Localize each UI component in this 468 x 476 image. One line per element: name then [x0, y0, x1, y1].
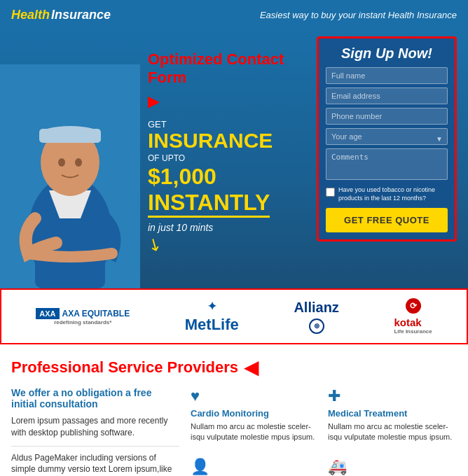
logo: Health Insurance [11, 8, 111, 22]
logo-health: Health [11, 8, 50, 22]
services-left-heading: We offer a no obligation a free initial … [11, 387, 179, 410]
age-wrapper: Your age ▼ [326, 128, 448, 148]
header-tagline: Easiest way to buy your instant Health I… [260, 10, 457, 20]
service-name: Cardio Monitoring [191, 408, 319, 419]
full-name-input[interactable] [326, 67, 448, 84]
email-input[interactable] [326, 88, 448, 104]
hero-main-text: GET INSURANCE OF UPTO $1,000 INSTANTLY i… [148, 118, 317, 254]
service-item: 👤 Qualified Doctors Nullam mo arcu ac mo… [191, 458, 319, 476]
service-item: 🚑 Emergency Cases 1-800-700-6200- Plesti… [328, 458, 457, 476]
service-desc: Nullam mo arcu ac molestie sceler-isqu v… [328, 421, 457, 443]
signup-title: Sign Up Now! [326, 46, 448, 62]
arrow-down-icon: ↘ [144, 232, 165, 256]
axa-box-label: AXA [36, 308, 59, 319]
comments-textarea[interactable] [326, 148, 448, 180]
service-desc: Nullam mo arcu ac molestie sceler-isqu v… [191, 421, 319, 443]
hero-section: Optimized Contact Form ▶ GET INSURANCE O… [0, 29, 468, 288]
partner-axa: AXA AXA EQUITABLE redefining standards* [36, 308, 130, 326]
hero-text: Optimized Contact Form ▶ GET INSURANCE O… [11, 36, 317, 254]
partner-metlife: ✦ MetLife [185, 300, 239, 334]
services-section: Professional Service Providers ◀ We offe… [0, 344, 468, 476]
service-item: ♥ Cardio Monitoring Nullam mo arcu ac mo… [191, 387, 319, 449]
services-header: Professional Service Providers ◀ [11, 356, 457, 379]
tobacco-checkbox[interactable] [326, 188, 335, 197]
red-arrow-icon: ◀ [244, 356, 259, 379]
kotak-sub-label: Life Insurance [394, 328, 432, 335]
phone-input[interactable] [326, 108, 448, 125]
service-icon: ✚ [328, 387, 457, 405]
partner-kotak: ⟳ kotak Life Insurance [394, 298, 432, 335]
axa-sub-label: redefining standards* [54, 319, 111, 326]
tobacco-label: Have you used tobacco or nicotine produc… [338, 186, 448, 202]
partner-allianz: Allianz ⊚ [294, 300, 338, 334]
metlife-label: MetLife [185, 316, 239, 334]
allianz-label: Allianz [294, 300, 338, 316]
service-icon: 🚑 [328, 458, 457, 476]
axa-name-label: AXA EQUITABLE [62, 309, 130, 318]
services-left-panel: We offer a no obligation a free initial … [11, 387, 179, 476]
header: Health Insurance Easiest way to buy your… [0, 0, 468, 29]
kotak-label: kotak [394, 316, 421, 328]
amount-text: $1,000 [148, 164, 317, 190]
insurance-text: INSURANCE [148, 130, 317, 151]
partners-bar: AXA AXA EQUITABLE redefining standards* … [0, 288, 468, 344]
of-upto-text: OF UPTO [148, 153, 185, 163]
optimized-label: Optimized Contact Form [148, 50, 317, 87]
service-icon: ♥ [191, 387, 319, 405]
service-icon: 👤 [191, 458, 319, 476]
service-name: Medical Treatment [328, 408, 457, 419]
get-quote-button[interactable]: GET FREE QUOTE [326, 208, 448, 232]
allianz-icon: ⊚ [309, 318, 324, 334]
arrow-icon: ▶ [148, 92, 317, 111]
services-right-panel: ♥ Cardio Monitoring Nullam mo arcu ac mo… [191, 387, 457, 476]
service-item: ✚ Medical Treatment Nullam mo arcu ac mo… [328, 387, 457, 449]
services-title: Professional Service Providers [11, 358, 238, 377]
services-content: We offer a no obligation a free initial … [11, 387, 457, 476]
metlife-star-icon: ✦ [207, 300, 216, 313]
kotak-circle-icon: ⟳ [406, 298, 421, 314]
instantly-text: INSTANTLY [148, 190, 270, 218]
services-left-para1: Lorem ipsum passages and more recently w… [11, 415, 179, 439]
services-left-para2: Aldus PageMaker including versions of si… [11, 452, 179, 476]
get-text: GET [148, 119, 167, 130]
logo-insurance: Insurance [51, 8, 111, 22]
services-divider [11, 446, 179, 447]
age-select[interactable]: Your age [326, 128, 448, 145]
tobacco-checkbox-row: Have you used tobacco or nicotine produc… [326, 186, 448, 202]
in-just-text: in just 10 mints [148, 222, 317, 233]
signup-form: Sign Up Now! Your age ▼ Have you used to… [317, 36, 457, 241]
